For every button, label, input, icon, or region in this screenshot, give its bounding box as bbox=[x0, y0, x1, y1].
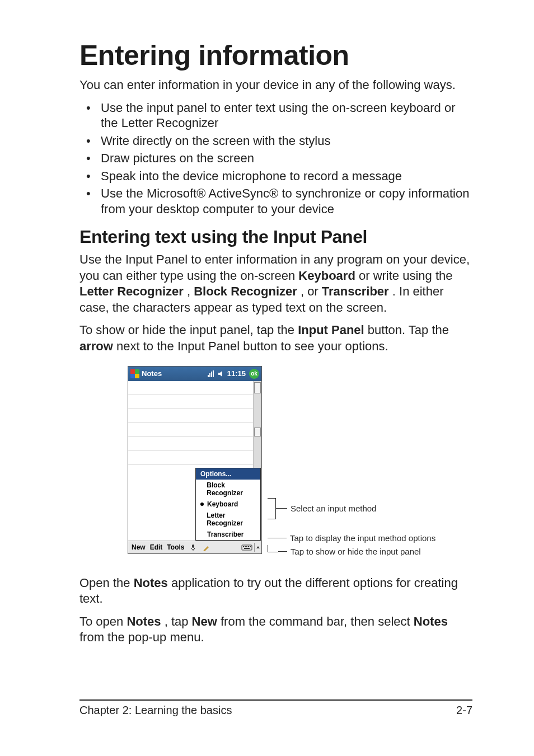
ok-button[interactable]: ok bbox=[249, 369, 259, 379]
body-paragraph: To show or hide the input panel, tap the… bbox=[79, 322, 472, 354]
list-item: Speak into the device microphone to reco… bbox=[79, 168, 472, 184]
command-bar: New Edit Tools bbox=[128, 541, 261, 553]
text-run: To open bbox=[79, 614, 127, 628]
text-run: Open the bbox=[79, 576, 134, 590]
text-run: or write using the bbox=[359, 269, 453, 283]
speaker-icon bbox=[217, 370, 225, 378]
bold-term-arrow: arrow bbox=[79, 339, 113, 353]
svg-rect-6 bbox=[242, 545, 252, 550]
cmd-new[interactable]: New bbox=[132, 543, 146, 551]
cmd-tools[interactable]: Tools bbox=[167, 543, 184, 551]
annotations: Select an input method Tap to display th… bbox=[268, 498, 435, 558]
svg-rect-10 bbox=[248, 546, 249, 547]
footer-rule bbox=[79, 699, 472, 701]
bold-term-keyboard: Keyboard bbox=[298, 269, 355, 283]
menu-item-letter-recognizer[interactable]: Letter Recognizer bbox=[196, 510, 260, 529]
svg-rect-1 bbox=[209, 373, 210, 377]
svg-rect-9 bbox=[246, 546, 247, 547]
menu-item-label: Letter Recognizer bbox=[207, 511, 256, 527]
body-paragraph: Use the Input Panel to enter information… bbox=[79, 252, 472, 316]
bold-term-notes: Notes bbox=[414, 614, 448, 628]
svg-rect-8 bbox=[245, 546, 246, 547]
page-title: Entering information bbox=[79, 39, 472, 72]
scrollbar[interactable] bbox=[253, 381, 261, 468]
body-paragraph: To open Notes , tap New from the command… bbox=[79, 614, 472, 646]
microphone-icon[interactable] bbox=[189, 543, 198, 552]
list-item: Use the Microsoft® ActiveSync® to synchr… bbox=[79, 186, 472, 217]
svg-rect-0 bbox=[208, 375, 209, 377]
bold-term-notes: Notes bbox=[134, 576, 168, 590]
text-run: To show or hide the input panel, tap the bbox=[79, 323, 298, 337]
bold-term-block-recognizer: Block Recognizer bbox=[194, 284, 297, 298]
bullet-list: Use the input panel to enter text using … bbox=[79, 100, 472, 217]
text-run: , or bbox=[301, 284, 322, 298]
text-run: from the pop-up menu. bbox=[79, 630, 204, 644]
menu-item-label: Keyboard bbox=[207, 500, 238, 508]
list-item: Use the input panel to enter text using … bbox=[79, 100, 472, 131]
app-title: Notes bbox=[142, 369, 162, 378]
clock-text: 11:15 bbox=[227, 369, 246, 378]
cmd-edit[interactable]: Edit bbox=[150, 543, 163, 551]
menu-item-label: Transcriber bbox=[207, 530, 243, 538]
device-screenshot: Notes 11:15 ok Options... Block R bbox=[128, 366, 262, 554]
signal-icon bbox=[207, 370, 215, 378]
note-canvas[interactable] bbox=[128, 381, 261, 468]
text-run: button. Tap the bbox=[368, 323, 449, 337]
menu-header-options[interactable]: Options... bbox=[196, 468, 260, 480]
menu-item-keyboard[interactable]: Keyboard bbox=[196, 499, 260, 510]
titlebar: Notes 11:15 ok bbox=[128, 367, 261, 381]
section-heading: Entering text using the Input Panel bbox=[79, 227, 472, 247]
svg-rect-12 bbox=[244, 548, 250, 549]
body-paragraph: Open the Notes application to try out th… bbox=[79, 575, 472, 607]
scroll-thumb-bottom[interactable] bbox=[254, 428, 261, 436]
windows-start-icon[interactable] bbox=[130, 369, 139, 378]
footer-chapter: Chapter 2: Learning the basics bbox=[79, 704, 232, 717]
input-method-menu: Options... Block Recognizer Keyboard Let… bbox=[195, 468, 261, 541]
text-run: next to the Input Panel button to see yo… bbox=[116, 339, 388, 353]
menu-item-block-recognizer[interactable]: Block Recognizer bbox=[196, 480, 260, 499]
svg-rect-5 bbox=[193, 550, 194, 551]
text-run: , bbox=[187, 284, 194, 298]
text-run: from the command bar, then select bbox=[221, 614, 414, 628]
bold-term-transcriber: Transcriber bbox=[322, 284, 389, 298]
svg-rect-7 bbox=[243, 546, 244, 547]
svg-rect-4 bbox=[192, 544, 194, 548]
annotation-display-options: Tap to display the input method options bbox=[290, 533, 435, 543]
list-item: Write directly on the screen with the st… bbox=[79, 133, 472, 149]
footer-page-number: 2-7 bbox=[456, 704, 472, 717]
list-item: Draw pictures on the screen bbox=[79, 151, 472, 166]
keyboard-icon[interactable] bbox=[241, 543, 253, 552]
page-footer: Chapter 2: Learning the basics 2-7 bbox=[79, 699, 472, 717]
menu-item-transcriber[interactable]: Transcriber bbox=[196, 529, 260, 540]
bold-term-notes: Notes bbox=[127, 614, 161, 628]
svg-rect-11 bbox=[250, 546, 251, 547]
menu-item-label: Block Recognizer bbox=[207, 481, 256, 497]
svg-rect-3 bbox=[213, 370, 214, 377]
pen-icon[interactable] bbox=[202, 543, 211, 552]
scroll-thumb-top[interactable] bbox=[254, 382, 261, 393]
bold-term-letter-recognizer: Letter Recognizer bbox=[79, 284, 184, 298]
annotation-show-hide: Tap to show or hide the input panel bbox=[291, 547, 421, 556]
annotation-select-method: Select an input method bbox=[291, 504, 376, 513]
bold-term-input-panel: Input Panel bbox=[298, 323, 364, 337]
intro-text: You can enter information in your device… bbox=[79, 77, 472, 93]
text-run: , tap bbox=[165, 614, 192, 628]
bold-term-new: New bbox=[192, 614, 217, 628]
input-arrow-icon[interactable] bbox=[254, 543, 261, 552]
svg-rect-2 bbox=[211, 372, 212, 377]
